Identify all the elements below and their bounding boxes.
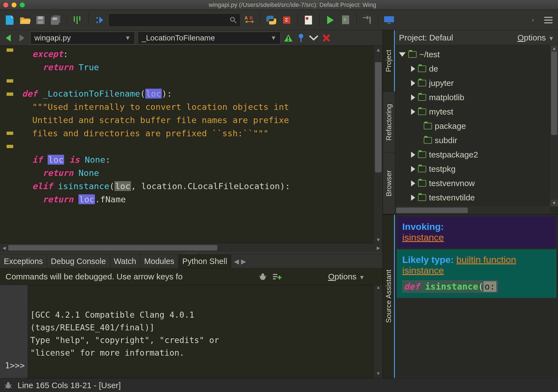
tree-item[interactable]: jupyter [396,76,557,90]
indent-guide-button[interactable] [71,14,84,26]
editor-gutter[interactable] [0,46,20,244]
tab-modules[interactable]: Modules [140,255,179,268]
pin-icon[interactable] [296,33,306,43]
tab-nav-right-icon[interactable]: ▶ [241,258,246,265]
scroll-left-icon[interactable]: ◀ [0,245,8,251]
tree-hscrollbar[interactable] [395,206,550,214]
svg-rect-21 [387,23,391,24]
svg-rect-8 [79,16,80,21]
monitor-button[interactable] [383,14,395,26]
tools-button[interactable] [280,14,293,26]
scroll-up-icon[interactable]: ▲ [374,46,382,54]
svg-point-27 [299,34,303,38]
vtab-browser[interactable]: Browser [383,153,395,214]
shell-bug-icon[interactable] [258,273,267,281]
shell-options-menu[interactable]: Options ▼ [328,272,365,281]
expand-icon[interactable] [411,66,415,72]
scroll-up-icon[interactable]: ▲ [550,45,558,52]
tree-item[interactable]: matplotlib [396,90,557,105]
tree-root[interactable]: ~/test [396,47,557,62]
project-options-menu[interactable]: Options ▼ [517,33,554,42]
more-right-icon[interactable]: › [527,14,539,26]
close-editor-button[interactable] [321,33,331,43]
scroll-down-icon[interactable]: ▼ [550,200,558,206]
tab-debug-console[interactable]: Debug Console [47,255,110,268]
expand-icon[interactable] [411,94,415,100]
code-editor[interactable]: except: return True def _LocationToFilen… [0,46,382,244]
shell-subheader: Commands will be debugged. Use arrow key… [0,268,382,285]
python-shell[interactable]: [GCC 4.2.1 Compatible Clang 4.0.1 (tags/… [0,285,382,378]
vtab-source-assistant[interactable]: Source Assistant [383,215,395,378]
tab-nav-left-icon[interactable]: ◀ [234,258,239,265]
tree-item[interactable]: mytest [396,105,557,119]
goto-definition-button[interactable] [93,14,106,26]
tab-exceptions[interactable]: Exceptions [0,255,47,268]
shell-line: (tags/RELEASE_401/final)] [30,323,155,332]
tree-item[interactable]: testvenvnow [396,176,557,190]
bug-icon[interactable] [4,382,13,389]
tab-python-shell[interactable]: Python Shell [179,255,231,268]
python-button[interactable] [265,14,278,26]
code-content[interactable]: except: return True def _LocationToFilen… [20,46,374,244]
expand-icon[interactable] [411,109,415,115]
svg-rect-22 [544,17,552,18]
expand-icon[interactable] [411,152,415,158]
nav-back-button[interactable] [3,32,14,43]
svg-rect-19 [370,17,371,24]
save-button[interactable] [34,14,47,26]
tree-item[interactable]: de [396,62,557,76]
tree-item[interactable]: subdir [396,133,557,148]
collapse-icon[interactable] [309,33,319,43]
toolbar-search-input[interactable] [108,13,240,27]
nav-forward-button[interactable] [17,32,28,43]
tree-item[interactable]: testvenvtilde [396,190,557,205]
menu-button[interactable] [542,14,555,26]
shell-add-icon[interactable] [272,273,282,281]
open-file-button[interactable] [19,14,31,26]
close-window-button[interactable] [3,2,8,7]
tree-item[interactable]: package [396,119,557,133]
step-into-button[interactable] [361,14,374,26]
project-tree[interactable]: ~/test de jupyter matplotlib mytest pack… [395,45,558,214]
diff-button[interactable]: AB [243,14,256,26]
expand-icon[interactable] [411,80,415,86]
sa-type-card: Likely type: builtin function isinstance… [397,249,556,298]
warning-icon[interactable] [283,33,293,43]
maximize-window-button[interactable] [20,2,25,7]
tree-item[interactable]: testpackage2 [396,148,557,162]
svg-rect-26 [288,40,289,41]
svg-rect-23 [544,20,552,21]
editor-vscrollbar[interactable]: ▲ ▼ [374,46,382,244]
shell-input[interactable] [28,359,32,372]
tree-item[interactable]: testpkg [396,162,557,176]
minimize-window-button[interactable] [12,2,17,7]
svg-point-9 [96,17,98,19]
new-file-button[interactable] [3,14,16,26]
editor-header: wingapi.py ▼ _LocationToFilename ▼ [0,30,382,46]
debug-file-button[interactable] [339,14,352,26]
vtab-project[interactable]: Project [383,30,395,92]
shell-vscrollbar[interactable]: ▲ ▼ [374,285,382,378]
breakpoint-button[interactable] [302,14,315,26]
file-selector[interactable]: wingapi.py ▼ [30,32,135,44]
sa-invoking-link[interactable]: isinstance [402,232,444,243]
svg-point-30 [261,273,264,276]
save-all-button[interactable] [50,14,62,26]
folder-icon [418,80,426,86]
scroll-down-icon[interactable]: ▼ [374,236,382,244]
run-button[interactable] [324,14,337,26]
horizontal-splitter[interactable]: ░░░░░ [0,252,382,254]
tree-vscrollbar[interactable] [550,45,558,206]
expand-icon[interactable] [399,52,406,57]
vtab-refactoring[interactable]: Refactoring [383,92,395,153]
expand-icon[interactable] [411,195,415,201]
symbol-selector[interactable]: _LocationToFilename ▼ [138,32,281,44]
editor-hscrollbar[interactable]: ◀ ▶ [0,244,382,252]
project-pane: Project: Defaul Options ▼ ~/test de jupy… [395,30,558,214]
expand-icon[interactable] [411,166,415,172]
tab-watch[interactable]: Watch [110,255,140,268]
scroll-right-icon[interactable]: ▶ [374,245,382,251]
svg-rect-24 [544,22,552,23]
expand-icon[interactable] [411,180,415,186]
svg-point-10 [96,21,98,23]
